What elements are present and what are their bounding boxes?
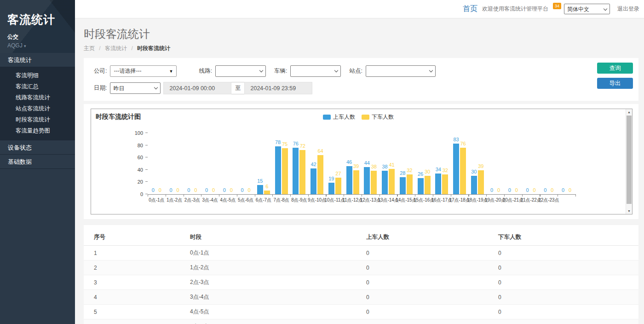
bar-group: 002点-3点 (184, 133, 201, 194)
breadcrumb-passenger-stats[interactable]: 客流统计 (105, 45, 127, 52)
scrollbar-thumb[interactable] (627, 116, 632, 204)
table-row: 43点-4点 00 (84, 290, 638, 305)
vehicle-select[interactable] (290, 65, 341, 77)
table-row: 21点-2点 00 (84, 260, 638, 275)
sidebar-item-base-data[interactable]: 基础数据 (0, 155, 75, 169)
bar-group: 303918点-19点 (469, 133, 487, 194)
bar-group: 00 (558, 133, 575, 194)
y-tick-label: 40 (138, 167, 143, 173)
bar (400, 177, 406, 194)
bar-value-label: 76 (460, 141, 466, 146)
bar-group: 192710点-11点 (326, 133, 344, 194)
bar-group: 000点-1点 (148, 133, 166, 194)
sidebar-item-device-status[interactable]: 设备状态 (0, 140, 75, 155)
legend-boarding[interactable]: 上车人数 (323, 113, 355, 121)
sidebar-item-passenger-stats[interactable]: 客流统计 (0, 53, 75, 67)
sidebar-item-period-stats[interactable]: 时段客流统计 (0, 114, 75, 125)
x-tick-label: 5点-6点 (238, 197, 253, 203)
sidebar-item-line-stats[interactable]: 线路客流统计 (0, 92, 75, 103)
bar-value-label: 0 (159, 187, 161, 193)
bar-group: 443812点-13点 (362, 133, 380, 194)
bar-value-label: 32 (443, 168, 448, 173)
bar-value-label: 46 (346, 159, 352, 165)
col-header-index: 序号 (84, 230, 190, 246)
company-label: 公司: (94, 67, 107, 75)
bar (460, 148, 466, 194)
y-tick-label: 60 (138, 155, 143, 160)
legend-alighting[interactable]: 下车人数 (362, 113, 394, 121)
bar-value-label: 27 (335, 171, 341, 176)
bar-group: 263015点-16点 (415, 133, 433, 194)
bar-value-label: 64 (318, 148, 323, 154)
col-header-period: 时段 (190, 230, 366, 246)
page-header: 时段客流统计 主页 / 客流统计 / 时段客流统计 (75, 18, 644, 52)
bar (442, 174, 448, 194)
table-row: 10点-1点 00 (84, 246, 638, 260)
bar-group: 837617点-18点 (451, 133, 469, 194)
logout-link[interactable]: 退出登录 (617, 5, 639, 13)
date-preset-select[interactable]: 昨日 (110, 82, 161, 94)
x-tick-label: 3点-4点 (202, 197, 218, 203)
bar-value-label: 32 (407, 168, 412, 173)
bar-value-label: 34 (436, 167, 441, 172)
x-tick-label: 6点-7点 (256, 197, 271, 203)
sidebar-item-passenger-detail[interactable]: 客流明细 (0, 70, 75, 81)
bar (264, 191, 270, 194)
chart-scrollbar[interactable]: ▲ ▼ (626, 109, 632, 214)
bar (478, 170, 484, 194)
bar-value-label: 0 (533, 187, 536, 193)
breadcrumb-home[interactable]: 主页 (84, 45, 95, 52)
query-button[interactable]: 查询 (597, 63, 633, 74)
table-row: 32点-3点 00 (84, 275, 638, 290)
bar (293, 148, 299, 194)
bar-value-label: 0 (497, 187, 500, 193)
bar-group: 78757点-8点 (272, 133, 290, 194)
station-select[interactable] (366, 65, 436, 77)
bar-group: 005点-6点 (237, 133, 255, 194)
scroll-down-icon[interactable]: ▼ (626, 208, 632, 214)
bar (282, 148, 288, 194)
x-tick-label: 9点-10点 (308, 197, 326, 203)
bar-value-label: 0 (170, 187, 172, 193)
org-code-dropdown[interactable]: AQGJ ▾ (7, 42, 75, 49)
sidebar-item-passenger-summary[interactable]: 客流汇总 (0, 81, 75, 92)
scroll-up-icon[interactable]: ▲ (626, 109, 632, 115)
bar-value-label: 78 (275, 139, 281, 145)
sidebar-item-trend-chart[interactable]: 客流量趋势图 (0, 125, 75, 136)
bar-group: 283214点-15点 (397, 133, 415, 194)
dropdown-triangle-icon: ▼ (169, 69, 173, 74)
bar-value-label: 39 (353, 163, 359, 169)
welcome-text: 欢迎使用客流统计管理平台 (482, 5, 548, 13)
language-select[interactable]: 简体中文 (564, 4, 610, 14)
bar (371, 171, 377, 194)
chart-panel: 时段车流统计图 上车人数 下车人数 020406080100 000点-1点00… (84, 104, 638, 219)
company-select[interactable]: ---请选择--- ▼ (110, 65, 177, 77)
y-tick-label: 100 (135, 130, 143, 136)
y-tick-label: 20 (138, 179, 143, 185)
bar-group: 0020点-21点 (504, 133, 522, 194)
bar-value-label: 42 (311, 162, 316, 167)
bar-chart-plot: 020406080100 000点-1点001点-2点002点-3点003点-4… (148, 133, 575, 195)
home-link[interactable]: 首页 (463, 4, 477, 14)
notification-badge: 34 (553, 3, 561, 9)
chart-box: 时段车流统计图 上车人数 下车人数 020406080100 000点-1点00… (91, 109, 632, 214)
filter-row-2: 日期: 昨日 至 (94, 82, 638, 94)
brand-block: 客流统计 公交 AQGJ ▾ (0, 0, 75, 53)
bar-value-label: 30 (471, 169, 477, 174)
y-tick-label: 0 (140, 191, 143, 197)
export-button[interactable]: 导出 (597, 78, 633, 89)
bar-value-label: 0 (241, 187, 244, 193)
bar (453, 144, 459, 194)
table-row: 54点-5点 00 (84, 305, 638, 319)
bar (407, 174, 413, 194)
bar-value-label: 0 (562, 187, 564, 193)
line-select[interactable] (215, 65, 266, 77)
date-to-input[interactable] (244, 82, 312, 94)
date-from-input[interactable] (163, 82, 231, 94)
bar-value-label: 28 (400, 170, 405, 176)
bar-group: 343216点-17点 (433, 133, 451, 194)
bar (275, 146, 281, 194)
sidebar-item-station-stats[interactable]: 站点客流统计 (0, 103, 75, 114)
bar-group: 463911点-12点 (344, 133, 362, 194)
bar-value-label: 0 (152, 187, 155, 193)
